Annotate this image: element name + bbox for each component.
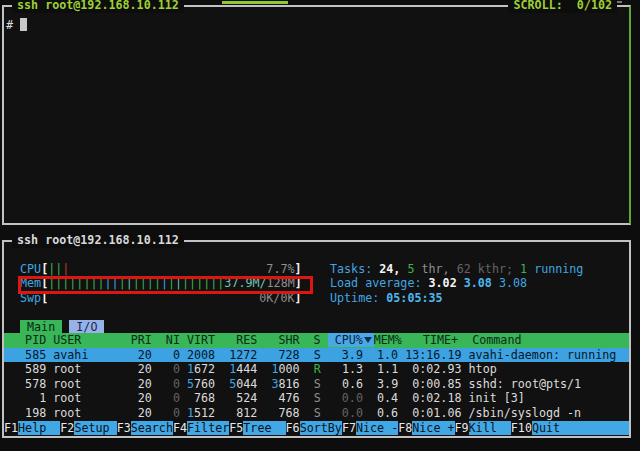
tasks-summary: Tasks: 24, 5 thr, 62 kthr; 1 running — [330, 262, 583, 276]
screen-tabs: Main I/O — [20, 320, 104, 334]
fkey-f4[interactable]: F4Filter — [173, 421, 229, 435]
header-columns-left: PID USER PRI NI VIRT RES SHR S — [4, 333, 321, 347]
process-command: htop — [462, 362, 497, 376]
bottom-pane-htop[interactable]: ssh root@192.168.10.112 CPU[||| 7.7%] Me… — [2, 240, 631, 438]
function-key-bar: F1Help F2Setup F3SearchF4FilterF5Tree F6… — [4, 421, 629, 436]
sort-descending-icon — [364, 337, 372, 343]
fkey-f5[interactable]: F5Tree — [229, 421, 285, 435]
fkey-f3[interactable]: F3Search — [117, 421, 173, 435]
load-average-summary: Load average: 3.02 3.08 3.08 — [330, 276, 527, 290]
fkey-f10[interactable]: F10Quit — [511, 421, 574, 435]
tab-io[interactable]: I/O — [69, 320, 104, 334]
process-row-585[interactable]: 585 avahi 20 0 2008 1272 728 S 3.9 1.0 1… — [4, 348, 629, 363]
header-columns-right: MEM% TIME+ Command — [374, 333, 522, 347]
top-edge-green-strip — [222, 1, 288, 4]
top-pane-title: ssh root@192.168.10.112 — [12, 0, 184, 13]
process-row-578[interactable]: 578 root 20 0 5760 5044 3816 S 0.6 3.9 0… — [4, 377, 629, 392]
header-column-sort-cpu[interactable]: CPU% — [328, 333, 374, 347]
fkey-f6[interactable]: F6SortBy — [286, 421, 342, 435]
cpu-meter: CPU[||| 7.7%] — [20, 262, 302, 276]
fkey-f1[interactable]: F1Help — [4, 421, 60, 435]
process-command: init [3] — [461, 391, 524, 405]
top-pane-shell[interactable]: ssh root@192.168.10.112 SCROLL: 0/102 # — [2, 5, 631, 225]
process-table-header[interactable]: PID USER PRI NI VIRT RES SHR S CPU%MEM% … — [4, 333, 629, 348]
fkey-f9[interactable]: F9Kill — [455, 421, 511, 435]
bottom-pane-title: ssh root@192.168.10.112 — [12, 233, 184, 248]
fkey-f7[interactable]: F7Nice - — [342, 421, 398, 435]
scroll-indicator: SCROLL: 0/102 — [508, 0, 617, 13]
process-row-589[interactable]: 589 root 20 0 1672 1444 1000 R 1.3 1.1 0… — [4, 362, 629, 377]
fkey-f8[interactable]: F8Nice + — [398, 421, 454, 435]
mem-highlight-annotation — [18, 276, 313, 294]
process-command: avahi-daemon: running — [461, 348, 616, 362]
shell-prompt-line[interactable]: # — [6, 18, 27, 32]
uptime-summary: Uptime: 05:05:35 — [330, 291, 443, 305]
terminal-screen: { "colors": { "background": "#0d0d0d", "… — [0, 0, 640, 451]
tab-main[interactable]: Main — [20, 320, 62, 334]
meter-label: CPU — [20, 262, 41, 276]
terminal-cursor — [20, 18, 27, 31]
process-command: sshd: root@pts/1 — [462, 377, 582, 391]
process-command: /sbin/syslogd -n — [462, 406, 582, 420]
fkey-bar-filler — [574, 421, 629, 435]
process-row-1[interactable]: 1 root 20 0 768 524 476 S 0.0 0.4 0:02.1… — [4, 391, 629, 406]
process-row-198[interactable]: 198 root 20 0 1512 812 768 S 0.0 0.6 0:0… — [4, 406, 629, 421]
fkey-f2[interactable]: F2Setup — [60, 421, 116, 435]
shell-prompt: # — [6, 18, 13, 32]
